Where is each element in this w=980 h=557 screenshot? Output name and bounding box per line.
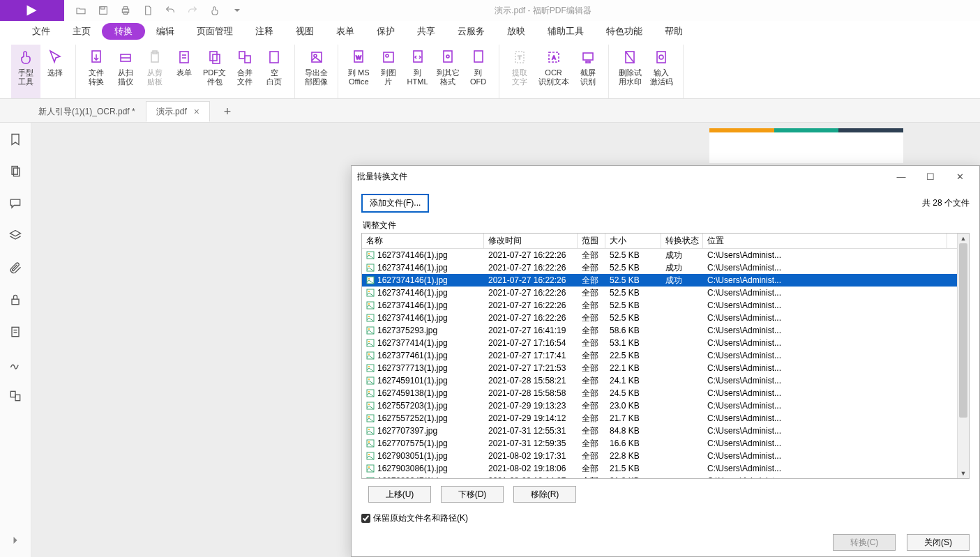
file-row[interactable]: 1627377713(1).jpg2021-07-27 17:21:53全部22… xyxy=(362,362,957,374)
scroll-down-icon[interactable]: ▼ xyxy=(958,468,969,478)
image-file-icon xyxy=(366,351,375,360)
ribbon-scan[interactable]: 从扫 描仪 xyxy=(111,45,140,98)
col-time[interactable]: 修改时间 xyxy=(484,234,578,248)
expand-icon[interactable] xyxy=(6,531,25,550)
file-row[interactable]: 1627377461(1).jpg2021-07-27 17:17:41全部22… xyxy=(362,349,957,362)
convert-button[interactable]: 转换(C) xyxy=(833,534,896,551)
page-icon[interactable] xyxy=(140,2,156,19)
bookmark-icon[interactable] xyxy=(6,130,25,149)
touch-icon[interactable] xyxy=(206,2,223,19)
menu-注释[interactable]: 注释 xyxy=(244,22,285,41)
ribbon-select[interactable]: 选择 xyxy=(40,45,70,98)
file-row[interactable]: 1627459138(1).jpg2021-07-28 15:58:58全部24… xyxy=(362,387,957,399)
add-file-button[interactable]: 添加文件(F)... xyxy=(361,194,429,213)
image-file-icon xyxy=(366,452,375,460)
qat-dropdown-icon[interactable] xyxy=(229,2,246,19)
document-tab[interactable]: 新人引导(1)(1)_OCR.pdf * xyxy=(28,101,146,122)
ribbon-other[interactable]: 到其它 格式 xyxy=(432,45,464,98)
file-row[interactable]: 1627374146(1).jpg2021-07-27 16:22:26全部52… xyxy=(362,249,957,261)
menu-页面管理[interactable]: 页面管理 xyxy=(186,22,244,41)
comment-icon[interactable] xyxy=(6,194,25,213)
pages-icon[interactable] xyxy=(6,162,25,181)
file-row[interactable]: 1627707397.jpg2021-07-31 12:55:31全部84.8 … xyxy=(362,425,957,437)
menu-辅助工具[interactable]: 辅助工具 xyxy=(536,22,595,41)
open-icon[interactable] xyxy=(73,2,89,19)
ribbon-image[interactable]: 到图 片 xyxy=(374,45,403,98)
compare-icon[interactable] xyxy=(6,386,25,406)
file-row[interactable]: 1627374146(1).jpg2021-07-27 16:22:26全部52… xyxy=(362,261,957,274)
ribbon-html[interactable]: 到 HTML xyxy=(403,45,432,98)
move-down-button[interactable]: 下移(D) xyxy=(441,486,504,503)
menu-视图[interactable]: 视图 xyxy=(285,22,325,41)
ribbon-watermark[interactable]: 删除试 用水印 xyxy=(615,45,646,98)
document-tab[interactable]: 演示.pdf× xyxy=(146,101,210,122)
minimize-button[interactable]: — xyxy=(887,168,915,185)
menu-共享[interactable]: 共享 xyxy=(406,22,446,41)
menu-编辑[interactable]: 编辑 xyxy=(145,22,186,41)
menu-文件[interactable]: 文件 xyxy=(21,22,61,41)
add-tab-button[interactable]: + xyxy=(217,101,238,122)
attachment-icon[interactable] xyxy=(6,258,25,277)
file-row[interactable]: 1627989247(1).jpg2021-08-03 19:14:07全部21… xyxy=(362,475,957,478)
file-row[interactable]: 1627375293.jpg2021-07-27 16:41:19全部58.6 … xyxy=(362,324,957,337)
file-list[interactable]: 名称修改时间范围大小转换状态位置1627374146(1).jpg2021-07… xyxy=(362,234,957,478)
col-name[interactable]: 名称 xyxy=(362,234,484,248)
save-icon[interactable] xyxy=(95,2,112,19)
menu-特色功能[interactable]: 特色功能 xyxy=(595,22,654,41)
menu-保护[interactable]: 保护 xyxy=(365,22,406,41)
file-row[interactable]: 1627374146(1).jpg2021-07-27 16:22:26全部52… xyxy=(362,287,957,299)
signature-icon[interactable] xyxy=(6,354,25,374)
file-row[interactable]: 1627557252(1).jpg2021-07-29 19:14:12全部21… xyxy=(362,412,957,425)
col-loc[interactable]: 位置 xyxy=(703,234,947,248)
menu-表单[interactable]: 表单 xyxy=(325,22,365,41)
undo-icon[interactable] xyxy=(162,2,179,19)
ribbon-ocr[interactable]: AOCR 识别文本 xyxy=(534,45,573,98)
ribbon-activate[interactable]: 输入 激活码 xyxy=(646,45,677,98)
scroll-up-icon[interactable]: ▲ xyxy=(958,234,969,243)
close-button[interactable]: ✕ xyxy=(946,168,974,185)
remove-button[interactable]: 移除(R) xyxy=(513,486,576,503)
maximize-button[interactable]: ☐ xyxy=(917,168,944,185)
close-dialog-button[interactable]: 关闭(S) xyxy=(907,534,970,551)
menu-主页[interactable]: 主页 xyxy=(61,22,102,41)
file-row[interactable]: 1627374146(1).jpg2021-07-27 16:22:26全部52… xyxy=(362,299,957,312)
ribbon-blank[interactable]: 空 白页 xyxy=(259,45,289,98)
file-row[interactable]: 1627903051(1).jpg2021-08-02 19:17:31全部22… xyxy=(362,450,957,462)
ribbon-ofd[interactable]: 到 OFD xyxy=(464,45,493,98)
scroll-thumb[interactable] xyxy=(959,243,967,418)
tab-close-icon[interactable]: × xyxy=(194,106,199,117)
file-row[interactable]: 1627459101(1).jpg2021-07-28 15:58:21全部24… xyxy=(362,374,957,387)
keep-original-checkbox[interactable]: 保留原始文件名和路径(K) xyxy=(361,512,970,524)
redo-icon[interactable] xyxy=(184,2,201,19)
move-up-button[interactable]: 上移(U) xyxy=(368,486,431,503)
ribbon-exportimg[interactable]: 导出全 部图像 xyxy=(301,45,332,98)
security-icon[interactable] xyxy=(6,290,25,310)
layers-icon[interactable] xyxy=(6,226,25,245)
ribbon-hand[interactable]: 手型 工具 xyxy=(11,45,40,98)
file-row[interactable]: 1627903086(1).jpg2021-08-02 19:18:06全部21… xyxy=(362,462,957,475)
col-range[interactable]: 范围 xyxy=(578,234,605,248)
menu-帮助[interactable]: 帮助 xyxy=(654,22,694,41)
form-icon[interactable] xyxy=(6,322,25,342)
ribbon-screencap[interactable]: 截屏 识别 xyxy=(573,45,603,98)
svg-point-71 xyxy=(368,404,370,405)
print-icon[interactable] xyxy=(117,2,134,19)
ribbon-merge[interactable]: 合并 文件 xyxy=(230,45,259,98)
ribbon-pkg[interactable]: PDF文 件包 xyxy=(199,45,230,98)
menu-放映[interactable]: 放映 xyxy=(496,22,536,41)
keep-original-input[interactable] xyxy=(361,514,370,523)
file-row[interactable]: 1627374146(1).jpg2021-07-27 16:22:26全部52… xyxy=(362,274,957,287)
svg-rect-3 xyxy=(123,7,127,9)
scrollbar[interactable]: ▲ ▼ xyxy=(957,234,969,478)
col-size[interactable]: 大小 xyxy=(605,234,661,248)
ribbon-msoffice[interactable]: W到 MS Office xyxy=(344,45,374,98)
menu-云服务[interactable]: 云服务 xyxy=(446,22,496,41)
ribbon-form[interactable]: 表单 xyxy=(169,45,199,98)
col-status[interactable]: 转换状态 xyxy=(661,234,703,248)
file-row[interactable]: 1627374146(1).jpg2021-07-27 16:22:26全部52… xyxy=(362,312,957,324)
file-row[interactable]: 1627557203(1).jpg2021-07-29 19:13:23全部23… xyxy=(362,399,957,412)
ribbon-convert[interactable]: 文件 转换 xyxy=(82,45,111,98)
file-row[interactable]: 1627707575(1).jpg2021-07-31 12:59:35全部16… xyxy=(362,437,957,450)
file-row[interactable]: 1627377414(1).jpg2021-07-27 17:16:54全部53… xyxy=(362,337,957,349)
menu-转换[interactable]: 转换 xyxy=(102,23,145,40)
